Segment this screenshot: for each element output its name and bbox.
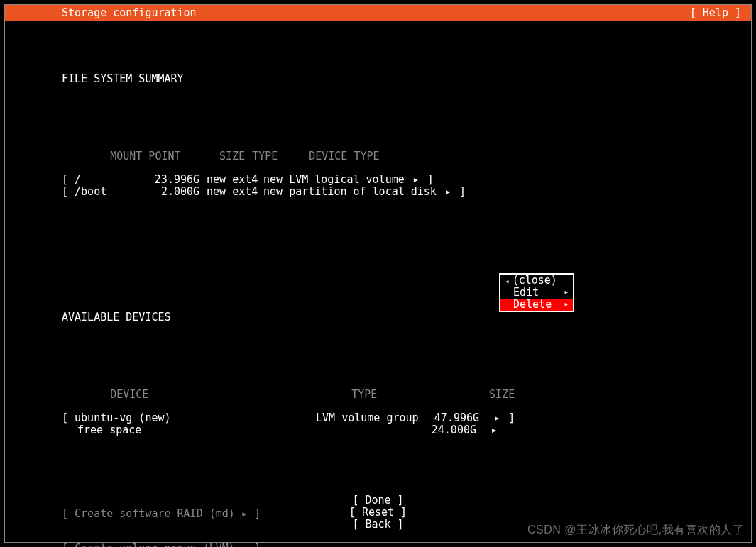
chevron-right-icon: ▸ [411, 174, 421, 186]
device-row[interactable]: free space24.000G ▸ [62, 424, 751, 436]
menu-delete[interactable]: Delete▸ [500, 299, 573, 311]
fs-header-dtype: DEVICE TYPE [302, 150, 486, 162]
chevron-right-icon: ▸ [564, 288, 569, 297]
chevron-right-icon: ▸ [492, 412, 502, 424]
device-row[interactable]: [ ubuntu-vg (new)LVM volume group47.996G… [62, 412, 751, 424]
chevron-right-icon: ▸ [564, 300, 569, 309]
done-button[interactable]: [ Done ] [5, 494, 751, 507]
menu-close[interactable]: (close) [500, 275, 573, 287]
avail-header-device: DEVICE [110, 389, 351, 401]
avail-header-size: SIZE [458, 389, 515, 401]
available-title: AVAILABLE DEVICES [62, 311, 751, 324]
chevron-right-icon: ▸ [443, 186, 453, 198]
context-menu: (close) Edit▸ Delete▸ [499, 273, 574, 312]
fs-header-size: SIZE [195, 150, 245, 162]
fs-row[interactable]: [ /boot2.000Gnew ext4new partition of lo… [62, 186, 751, 198]
fs-summary-title: FILE SYSTEM SUMMARY [62, 73, 751, 85]
fs-header-type: TYPE [245, 150, 302, 162]
reset-button[interactable]: [ Reset ] [5, 507, 751, 519]
avail-header-row: DEVICETYPESIZE [62, 377, 751, 389]
chevron-right-icon: ▸ [489, 424, 499, 436]
help-button[interactable]: [ Help ] [690, 7, 741, 19]
fs-header-row: MOUNT POINTSIZETYPEDEVICE TYPE [62, 138, 751, 150]
page-title: Storage configuration [62, 7, 197, 19]
watermark: CSDN @王冰冰你死心吧,我有喜欢的人了 [527, 524, 744, 536]
chevron-left-icon [505, 275, 513, 287]
avail-header-type: TYPE [351, 389, 458, 401]
fs-header-mount: MOUNT POINT [110, 150, 195, 162]
create-lvm-button[interactable]: [ Create volume group (LVM) ▸ ] [62, 543, 751, 547]
fs-row[interactable]: [ /23.996Gnew ext4new LVM logical volume… [62, 174, 751, 186]
menu-edit[interactable]: Edit▸ [500, 287, 573, 299]
header-bar: Storage configuration [ Help ] [5, 5, 751, 21]
